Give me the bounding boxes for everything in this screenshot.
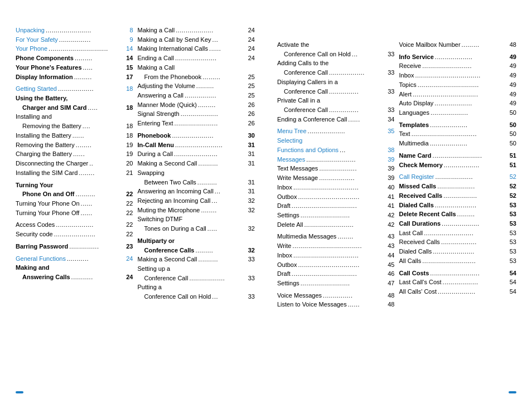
toc-label: Phone Components: [16, 53, 74, 63]
toc-dots: ..........: [196, 178, 247, 187]
toc-page-num: 42: [388, 211, 394, 220]
toc-label: Multiparty or: [138, 236, 175, 246]
toc-label: Making a Call: [138, 26, 175, 35]
toc-entry: Inbox.................................49: [399, 71, 517, 80]
toc-entry: Your Phone's Features.....15: [16, 63, 133, 72]
toc-page-num: 51: [510, 160, 516, 170]
toc-dots: .................................: [410, 129, 509, 139]
toc-label: Dialed Calls: [399, 247, 432, 256]
toc-page-num: 23: [126, 242, 133, 251]
toc-label: Dialed Calls: [399, 201, 434, 210]
toc-entry: During a Call......................31: [138, 149, 255, 159]
toc-dots: .................................: [412, 90, 509, 99]
toc-entry: Disconnecting the Charger..20: [16, 159, 133, 168]
toc-page-num: 49: [510, 61, 516, 71]
toc-entry: Text Messages...................39: [277, 164, 395, 173]
toc-label: Topics: [399, 80, 417, 90]
toc-label: Conference Calls: [138, 246, 195, 255]
toc-dots: .....................: [174, 53, 247, 63]
toc-label: Info Service: [399, 52, 434, 62]
toc-entry: Charger and SIM Card.....18: [16, 103, 133, 113]
toc-entry: Charging the Battery......19: [16, 149, 133, 159]
toc-label: Templates: [399, 120, 429, 130]
right-page-number: [509, 391, 516, 393]
toc-dots: ...............................: [297, 192, 386, 202]
toc-dots: .....................: [432, 247, 509, 256]
toc-entry: Last Call.........................53: [399, 228, 517, 238]
toc-entry: Inbox.................................40: [277, 183, 395, 192]
toc-page-num: 49: [510, 80, 516, 90]
toc-label: Delete Recent Calls: [399, 210, 456, 219]
toc-dots: .....................: [171, 131, 246, 140]
toc-page-num: 19: [126, 149, 133, 159]
right-page: Activate theConference Call on Hold...33…: [266, 0, 532, 399]
toc-page-num: 35: [388, 126, 394, 136]
toc-entry: Name Card.........................51: [399, 151, 517, 160]
toc-entry: Voice Mailbox Number.........48: [399, 40, 517, 50]
toc-entry: Check Memory..................51: [399, 160, 517, 170]
toc-label: Access Codes: [16, 220, 55, 230]
toc-label: Answering Calls: [16, 273, 70, 282]
toc-label: Signal Strength: [138, 109, 180, 119]
toc-dots: ..............................: [47, 44, 125, 53]
toc-label: During a Call: [138, 149, 173, 159]
toc-entry: Answering a Call................25: [138, 91, 255, 100]
toc-dots: .........................: [432, 151, 509, 160]
toc-label: Conference Call on Hold: [138, 292, 211, 301]
toc-dots: ..........: [197, 255, 247, 264]
toc-label: Text Messages: [277, 164, 318, 173]
toc-dots: ...............: [68, 242, 125, 251]
toc-entry: Your Phone..............................…: [16, 44, 133, 53]
toc-col-3: Activate theConference Call on Hold...33…: [277, 40, 399, 309]
toc-page-num: 15: [126, 63, 133, 72]
toc-label: Settings: [277, 279, 299, 288]
toc-entry: Call Register...................52: [399, 172, 517, 182]
toc-dots: .........................: [429, 269, 508, 278]
toc-entry: Barring Password...............23: [16, 242, 133, 251]
toc-dots: ...................: [180, 109, 247, 119]
toc-dots: ......: [347, 115, 386, 124]
toc-entry: Info Service...................49: [399, 52, 517, 62]
toc-entry: Making a Call by Send Key...24: [138, 35, 255, 45]
toc-page-num: 14: [126, 44, 133, 53]
toc-label: Adjusting the Volume: [138, 81, 195, 91]
toc-label: Last Call's Cost: [399, 278, 442, 287]
toc-page-num: 32: [248, 246, 255, 255]
toc-entry: Conference Call...............33: [277, 87, 395, 96]
toc-page-num: 49: [510, 71, 516, 80]
toc-entry: Call Durations...................53: [399, 219, 517, 228]
toc-dots: .................................: [291, 269, 386, 279]
toc-page-num: 31: [248, 149, 255, 159]
toc-dots: .................: [442, 191, 509, 201]
toc-entry: Phonebook.....................30: [138, 131, 255, 140]
toc-entry: Making a Call: [138, 63, 255, 72]
toc-label: Your Phone: [16, 44, 47, 53]
toc-dots: .......................: [45, 26, 128, 35]
toc-dots: .....................: [434, 201, 509, 210]
toc-label: Installing the SIM Card: [16, 168, 78, 178]
toc-entry: Dialed Calls.....................53: [399, 247, 517, 256]
toc-page-num: 54: [510, 287, 516, 296]
toc-entry: Ending a Call.....................24: [138, 53, 255, 63]
toc-entry: Draft.................................41: [277, 201, 395, 211]
toc-page-num: 51: [510, 151, 516, 160]
toc-page-num: 24: [248, 53, 255, 63]
toc-page-num: 53: [510, 210, 516, 219]
toc-page-num: 50: [510, 108, 516, 118]
toc-page-num: 21: [126, 168, 133, 178]
toc-entry: Manner Mode (Quick).........26: [138, 100, 255, 110]
toc-dots: ..........: [75, 189, 125, 199]
toc-label: Using the Battery,: [16, 94, 67, 103]
toc-page-num: 39: [388, 155, 394, 164]
toc-dots: ........: [200, 206, 246, 215]
toc-dots: .....: [87, 103, 125, 113]
toc-label: Call Register: [399, 172, 434, 182]
toc-page-num: 22: [126, 208, 133, 218]
toc-label: Missed Calls: [399, 182, 437, 191]
toc-page-num: 22: [126, 230, 133, 239]
toc-page-num: 18: [126, 103, 133, 113]
toc-entry: Muting the Microphone........32: [138, 206, 255, 215]
toc-page-num: 54: [510, 269, 516, 278]
toc-label: Listen to Voice Messages: [277, 300, 347, 309]
toc-dots: .........: [195, 81, 247, 91]
